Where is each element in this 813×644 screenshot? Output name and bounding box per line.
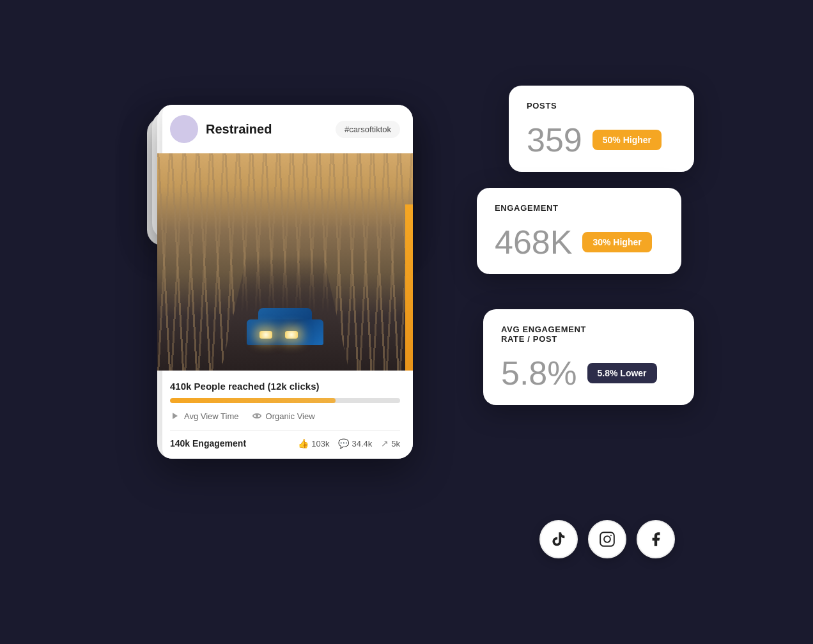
posts-value-row: 359 50% Higher	[527, 123, 676, 157]
engagement-badge: 30% Higher	[582, 232, 651, 252]
social-icons-row	[539, 520, 675, 558]
avg-view-time-metric: Avg View Time	[170, 411, 239, 421]
orange-accent-bar	[405, 204, 413, 371]
organic-view-metric: Organic View	[252, 411, 315, 421]
likes-stat: 👍 103k	[298, 438, 329, 448]
shares-stat: ↗ 5k	[381, 438, 400, 448]
posts-card: POSTS 359 50% Higher	[509, 86, 694, 172]
metrics-row: Avg View Time Organic View	[170, 411, 400, 421]
avatar	[170, 115, 198, 143]
posts-label: POSTS	[527, 101, 676, 111]
avg-engagement-card: AVG ENGAGEMENT RATE / POST 5.8% 5.8% Low…	[483, 309, 694, 405]
reach-text: 410k People reached (12k clicks)	[170, 381, 400, 392]
tiktok-icon	[550, 531, 567, 548]
shares-value: 5k	[391, 439, 400, 448]
facebook-icon-button[interactable]	[637, 520, 675, 558]
engagement-card: ENGAGEMENT 468K 30% Higher	[477, 188, 681, 274]
share-icon: ↗	[381, 438, 389, 448]
facebook-icon	[647, 531, 664, 548]
svg-rect-0	[600, 532, 614, 546]
progress-fill	[170, 398, 336, 403]
progress-bar	[170, 398, 400, 403]
play-icon	[170, 411, 180, 421]
likes-value: 103k	[311, 439, 329, 448]
eye-icon	[252, 411, 262, 421]
username: Restrained	[206, 122, 328, 137]
posts-value: 359	[527, 123, 582, 157]
tiktok-icon-button[interactable]	[539, 520, 578, 558]
card-content: 410k People reached (12k clicks) Avg Vie…	[157, 371, 413, 459]
car-headlights	[259, 331, 311, 339]
comment-icon: 💬	[338, 438, 349, 448]
organic-view-label: Organic View	[266, 411, 315, 421]
avg-value: 5.8%	[501, 356, 577, 390]
post-image	[157, 153, 413, 371]
posts-badge: 50% Higher	[592, 130, 662, 150]
engagement-value-row: 468K 30% Higher	[495, 226, 663, 259]
hashtag-badge[interactable]: #carsoftiktok	[336, 121, 400, 138]
comments-value: 34.4k	[352, 439, 372, 448]
avg-label: AVG ENGAGEMENT RATE / POST	[501, 325, 676, 344]
card-header: Restrained #carsoftiktok	[157, 105, 413, 153]
engagement-stats: 👍 103k 💬 34.4k ↗ 5k	[298, 438, 400, 448]
car-illustration	[247, 303, 323, 345]
engagement-value: 468K	[495, 226, 572, 259]
avg-view-time-label: Avg View Time	[184, 411, 239, 421]
engagement-row: 140k Engagement 👍 103k 💬 34.4k ↗ 5k	[170, 438, 400, 448]
engagement-card-label: ENGAGEMENT	[495, 203, 663, 213]
instagram-icon-button[interactable]	[588, 520, 626, 558]
svg-point-1	[604, 536, 610, 542]
headlight-right	[285, 331, 298, 339]
avg-value-row: 5.8% 5.8% Lower	[501, 356, 676, 390]
divider	[170, 430, 400, 431]
tiktok-post-card: Restrained #carsoftiktok 410k People rea…	[157, 105, 413, 459]
comments-stat: 💬 34.4k	[338, 438, 372, 448]
instagram-icon	[599, 531, 616, 548]
svg-point-2	[610, 535, 612, 536]
headlight-left	[259, 331, 272, 339]
avg-badge: 5.8% Lower	[587, 363, 657, 383]
engagement-label: 140k Engagement	[170, 438, 298, 448]
like-icon: 👍	[298, 438, 309, 448]
